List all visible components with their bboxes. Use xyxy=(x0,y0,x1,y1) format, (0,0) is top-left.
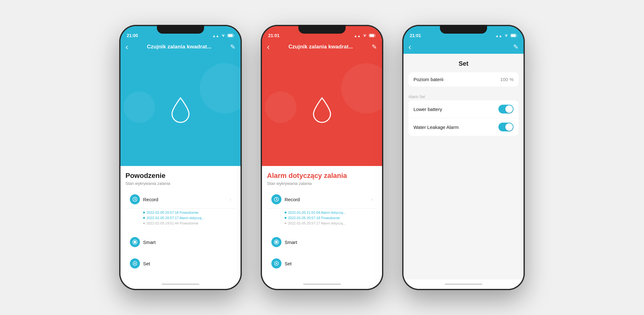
water-leakage-row: Water Leakage Alarm xyxy=(408,118,519,136)
battery-label: Poziom baterii xyxy=(414,77,443,82)
set-section-1: Set xyxy=(125,254,236,273)
edit-button-1[interactable]: ✎ xyxy=(230,43,236,51)
home-bar-2 xyxy=(262,279,382,289)
home-bar-1 xyxy=(120,279,241,289)
header-title-2: Czujnik zalania kwadrat... xyxy=(288,44,353,50)
notch-2 xyxy=(298,25,346,34)
record-dot-1 xyxy=(143,212,145,213)
back-button-3[interactable]: ‹ xyxy=(408,42,411,52)
home-line-3 xyxy=(445,284,482,285)
home-line-1 xyxy=(162,284,199,285)
header-title-1: Czujnik zalania kwadrat... xyxy=(147,44,211,50)
status-subtitle-1: Stan wykrywania zalania xyxy=(125,181,236,186)
record-entry-2-1: 2022-01-05 21:01:04 Alarm dotyczą... xyxy=(285,211,373,214)
bg-decor-4 xyxy=(265,91,297,123)
hero-1 xyxy=(120,54,241,166)
phone-2: 21:01 ▲▲ ‹ Czujnik zalania kwadrat... ✎ xyxy=(261,25,383,290)
battery-value: 100 % xyxy=(500,77,514,82)
svg-point-8 xyxy=(275,241,278,243)
record-list-2: 2022-01-05 21:01:04 Alarm dotyczą... 202… xyxy=(267,209,377,230)
status-title-2: Alarm dotyczący zalania xyxy=(267,172,377,180)
bg-decor-1 xyxy=(200,63,241,113)
water-leakage-label: Water Leakage Alarm xyxy=(414,124,459,130)
notch-3 xyxy=(440,25,487,34)
alarm-card: Lower battery Water Leakage Alarm xyxy=(408,100,519,136)
signal-icon-2: ▲▲ xyxy=(354,34,361,38)
edit-button-3[interactable]: ✎ xyxy=(513,43,519,51)
wifi-icon-3 xyxy=(504,34,509,38)
record-dot-5 xyxy=(285,217,286,219)
header-3: ‹ ✎ xyxy=(403,40,524,54)
record-menu-item-1[interactable]: Record › xyxy=(125,190,236,209)
smart-icon-2 xyxy=(271,237,281,247)
record-dot-2 xyxy=(143,217,145,219)
record-entry-1-3: 2022-01-05 19:51:44 Powodzenie xyxy=(143,221,231,225)
hero-2 xyxy=(262,54,382,166)
smart-label-1: Smart xyxy=(143,240,231,245)
set-label-1: Set xyxy=(143,261,231,266)
signal-icon-3: ▲▲ xyxy=(495,34,502,38)
home-line-2 xyxy=(303,284,341,285)
svg-rect-11 xyxy=(511,34,516,37)
status-icons-2: ▲▲ xyxy=(354,34,376,38)
record-dot-3 xyxy=(143,222,145,224)
record-menu-item-2[interactable]: Record › xyxy=(267,190,377,209)
wifi-icon-1 xyxy=(221,34,226,38)
record-entry-1-1: 2022-01-05 20:57:18 Powodzenie xyxy=(143,211,231,214)
record-dot-6 xyxy=(285,222,286,224)
record-entry-2-2: 2022-01-05 20:57:18 Powodzenie xyxy=(285,216,373,220)
phone-1: 21:00 ▲▲ ‹ Czujnik zalania kwadrat... ✎ xyxy=(119,25,242,290)
battery-icon-3 xyxy=(510,34,517,38)
set-menu-item-1[interactable]: Set xyxy=(125,254,236,273)
set-screen-title: Set xyxy=(403,54,524,72)
back-button-2[interactable]: ‹ xyxy=(267,42,270,52)
water-leakage-toggle[interactable] xyxy=(498,123,514,131)
lower-battery-toggle[interactable] xyxy=(498,105,514,113)
svg-rect-6 xyxy=(369,34,374,37)
time-3: 21:01 xyxy=(410,33,421,38)
set-section-2: Set xyxy=(267,254,377,273)
set-icon-1 xyxy=(130,258,140,268)
smart-section-2: Smart xyxy=(267,233,377,251)
record-entry-2-3: 2022-01-05 20:57:17 Alarm dotyczą... xyxy=(285,221,373,225)
lower-battery-label: Lower battery xyxy=(414,107,442,112)
status-subtitle-2: Stan wykrywania zalania xyxy=(267,181,377,186)
svg-point-3 xyxy=(134,241,136,243)
lower-battery-row: Lower battery xyxy=(408,100,519,118)
time-2: 21:01 xyxy=(268,33,280,38)
battery-card: Poziom baterii 100 % xyxy=(408,72,519,86)
smart-label-2: Smart xyxy=(285,240,373,245)
smart-menu-item-2[interactable]: Smart xyxy=(267,233,377,251)
edit-button-2[interactable]: ✎ xyxy=(372,43,377,51)
set-menu-item-2[interactable]: Set xyxy=(267,254,377,273)
phone-3: 21:01 ▲▲ ‹ ✎ Set Poziom baterii 100 xyxy=(402,25,525,290)
signal-icon-1: ▲▲ xyxy=(212,34,219,38)
set-label-2: Set xyxy=(285,261,373,266)
record-dot-4 xyxy=(285,212,286,213)
record-section-2: Record › 2022-01-05 21:01:04 Alarm dotyc… xyxy=(267,190,377,230)
set-icon-2 xyxy=(271,258,281,268)
water-drop-icon-2 xyxy=(308,96,336,124)
time-1: 21:00 xyxy=(127,33,138,38)
record-chevron-2: › xyxy=(371,197,373,202)
smart-section-1: Smart xyxy=(125,233,236,251)
notch-1 xyxy=(157,25,204,34)
alarm-set-label: Alarm Set xyxy=(403,91,524,100)
record-label-2: Record xyxy=(285,197,368,202)
record-section-1: Record › 2022-01-05 20:57:18 Powodzenie … xyxy=(125,190,236,230)
smart-icon-1 xyxy=(130,237,140,247)
record-chevron-1: › xyxy=(230,197,231,202)
smart-menu-item-1[interactable]: Smart xyxy=(125,233,236,251)
wifi-icon-2 xyxy=(362,34,367,38)
svg-rect-1 xyxy=(228,34,233,37)
battery-row: Poziom baterii 100 % xyxy=(408,72,519,86)
record-label-1: Record xyxy=(143,197,226,202)
record-entry-1-2: 2022-01-05 20:57:17 Alarm dotyczą... xyxy=(143,216,231,220)
water-drop-icon-1 xyxy=(166,96,195,124)
status-title-1: Powodzenie xyxy=(125,172,236,180)
bg-decor-2 xyxy=(124,91,155,123)
content-card-1: Powodzenie Stan wykrywania zalania Recor… xyxy=(120,166,241,279)
back-button-1[interactable]: ‹ xyxy=(125,42,128,52)
header-2: ‹ Czujnik zalania kwadrat... ✎ xyxy=(262,40,382,54)
record-icon-2 xyxy=(271,194,281,204)
